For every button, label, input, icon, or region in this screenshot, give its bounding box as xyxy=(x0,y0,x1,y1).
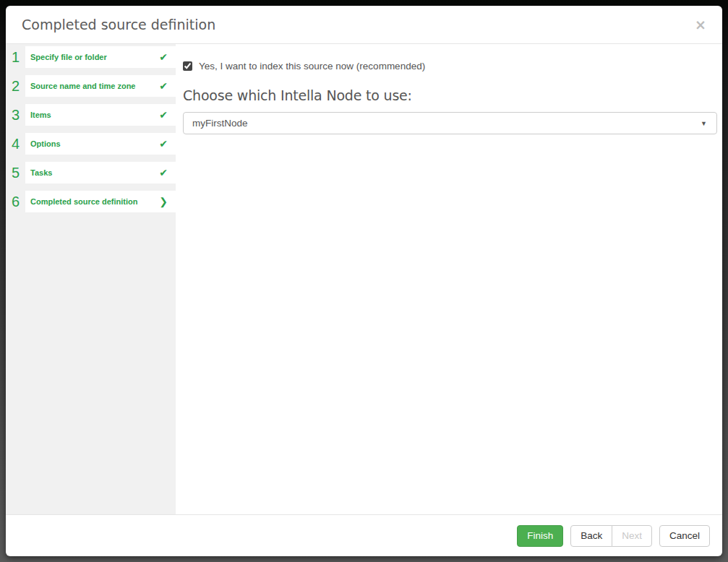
close-icon[interactable]: × xyxy=(692,17,709,33)
index-now-row: Yes, I want to index this source now (re… xyxy=(183,61,717,72)
node-select-wrap: myFirstNode ▼ xyxy=(183,112,717,134)
back-button[interactable]: Back xyxy=(570,525,612,547)
step-card: Source name and time zone ✔ xyxy=(25,75,176,97)
step-tasks[interactable]: 5 Tasks ✔ xyxy=(6,162,176,183)
step-number: 4 xyxy=(6,133,25,155)
step-label: Specify file or folder xyxy=(30,53,159,61)
dialog-footer: Finish Back Next Cancel xyxy=(6,514,722,556)
step-card: Options ✔ xyxy=(25,133,176,155)
check-icon: ✔ xyxy=(159,168,168,178)
wizard-dialog: Completed source definition × 1 Specify … xyxy=(6,6,722,556)
finish-button[interactable]: Finish xyxy=(517,525,563,547)
step-specify-file-or-folder[interactable]: 1 Specify file or folder ✔ xyxy=(6,46,176,68)
step-number: 6 xyxy=(6,191,25,212)
step-number: 1 xyxy=(6,46,25,68)
step-card: Items ✔ xyxy=(25,104,176,126)
dialog-header: Completed source definition × xyxy=(6,6,722,44)
next-button[interactable]: Next xyxy=(612,525,652,547)
back-next-button-group: Back Next xyxy=(570,525,652,547)
step-card: Tasks ✔ xyxy=(25,162,176,183)
main-content: Yes, I want to index this source now (re… xyxy=(176,44,722,514)
check-icon: ✔ xyxy=(159,110,168,120)
step-label: Options xyxy=(30,139,159,148)
step-label: Completed source definition xyxy=(30,197,159,206)
step-number: 5 xyxy=(6,162,25,183)
step-source-name-and-time-zone[interactable]: 2 Source name and time zone ✔ xyxy=(6,75,176,97)
index-now-checkbox[interactable] xyxy=(183,61,192,71)
step-number: 3 xyxy=(6,104,25,126)
step-options[interactable]: 4 Options ✔ xyxy=(6,133,176,155)
step-number: 2 xyxy=(6,75,25,97)
check-icon: ✔ xyxy=(159,52,168,62)
check-icon: ✔ xyxy=(159,139,168,149)
step-card: Completed source definition ❯ xyxy=(25,191,176,212)
dialog-body: 1 Specify file or folder ✔ 2 Source name… xyxy=(6,44,722,514)
cancel-button[interactable]: Cancel xyxy=(659,525,710,547)
node-select[interactable]: myFirstNode xyxy=(183,112,717,134)
step-label: Tasks xyxy=(30,168,159,177)
step-card: Specify file or folder ✔ xyxy=(25,46,176,68)
index-now-label[interactable]: Yes, I want to index this source now (re… xyxy=(199,61,425,72)
check-icon: ✔ xyxy=(159,81,168,91)
step-items[interactable]: 3 Items ✔ xyxy=(6,104,176,126)
step-label: Source name and time zone xyxy=(30,82,159,90)
step-label: Items xyxy=(30,111,159,119)
chevron-right-icon: ❯ xyxy=(159,196,168,207)
dialog-title: Completed source definition xyxy=(22,17,692,33)
wizard-steps-sidebar: 1 Specify file or folder ✔ 2 Source name… xyxy=(6,44,176,514)
node-heading: Choose which Intella Node to use: xyxy=(183,86,717,105)
step-completed-source-definition[interactable]: 6 Completed source definition ❯ xyxy=(6,191,176,212)
